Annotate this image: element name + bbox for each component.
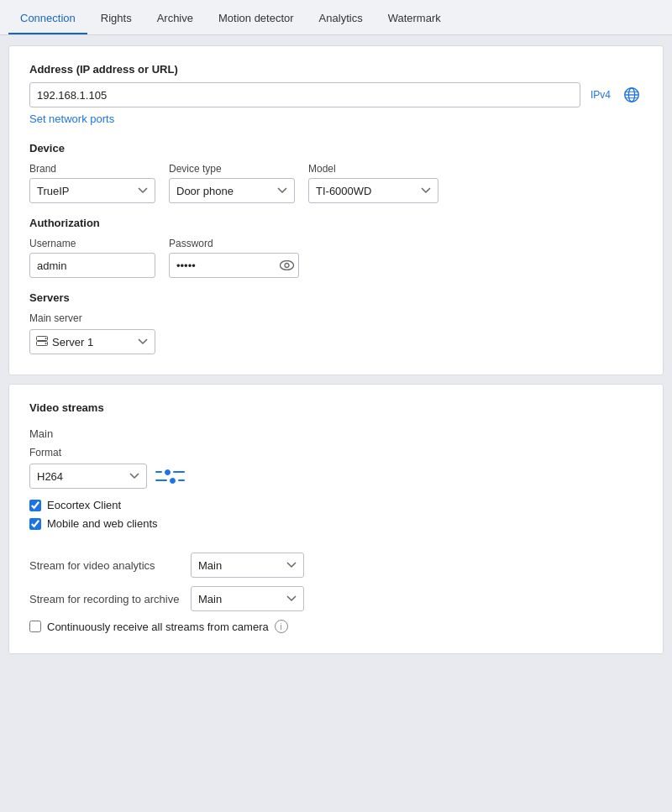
- password-label: Password: [169, 238, 299, 249]
- stream-settings-icon[interactable]: [155, 469, 185, 484]
- continuous-row: Continuously receive all streams from ca…: [29, 620, 643, 633]
- globe-icon[interactable]: [621, 84, 643, 106]
- password-wrapper: [169, 253, 299, 278]
- tab-analytics[interactable]: Analytics: [307, 5, 375, 34]
- tab-bar: Connection Rights Archive Motion detecto…: [0, 0, 672, 35]
- model-field: Model TI-6000WD: [308, 163, 438, 203]
- format-dropdown[interactable]: H264: [29, 464, 147, 489]
- slider-line-1: [155, 469, 185, 475]
- eocortex-client-label: Eocortex Client: [47, 499, 121, 511]
- username-field: Username: [29, 238, 155, 278]
- video-streams-card: Video streams Main Format H264: [8, 384, 664, 654]
- mobile-clients-row: Mobile and web clients: [29, 517, 643, 530]
- tab-motion-detector[interactable]: Motion detector: [207, 5, 306, 34]
- svg-point-6: [285, 264, 289, 268]
- connection-card: Address (IP address or URL) IPv4 Set net…: [8, 45, 664, 375]
- sl-bar-right-1: [173, 471, 185, 473]
- vs-main-label: Main: [29, 427, 643, 440]
- eocortex-client-checkbox[interactable]: [29, 500, 41, 511]
- svg-point-5: [281, 261, 294, 270]
- tab-connection[interactable]: Connection: [8, 5, 87, 34]
- address-row: IPv4: [29, 82, 643, 107]
- auth-row: Username Password: [29, 238, 643, 278]
- format-label: Format: [29, 447, 643, 458]
- tab-rights[interactable]: Rights: [89, 5, 144, 34]
- show-password-button[interactable]: [280, 260, 294, 270]
- server-dropdown-wrapper: Server 1: [29, 329, 643, 354]
- servers-section: Servers Main server Server 1: [29, 291, 643, 354]
- address-section-label: Address (IP address or URL): [29, 63, 643, 76]
- device-type-field: Device type Door phone: [169, 163, 295, 203]
- ipv4-button[interactable]: IPv4: [587, 87, 614, 102]
- stream-archive-label: Stream for recording to archive: [29, 593, 181, 605]
- info-icon[interactable]: i: [275, 620, 288, 633]
- server-dropdown[interactable]: Server 1: [29, 329, 155, 354]
- stream-analytics-row: Stream for video analytics Main: [29, 553, 643, 578]
- model-label: Model: [308, 163, 438, 175]
- device-section-label: Device: [29, 142, 643, 155]
- brand-label: Brand: [29, 163, 155, 175]
- format-row: H264: [29, 464, 643, 489]
- servers-section-label: Servers: [29, 291, 643, 304]
- mobile-clients-checkbox[interactable]: [29, 518, 41, 530]
- device-row: Brand TrueIP Device type Door phone Mode…: [29, 163, 643, 203]
- sl-bar-right-2: [178, 479, 185, 481]
- continuous-label: Continuously receive all streams from ca…: [47, 621, 269, 633]
- mobile-clients-label: Mobile and web clients: [47, 517, 158, 530]
- device-section: Device Brand TrueIP Device type Door pho…: [29, 142, 643, 203]
- brand-dropdown[interactable]: TrueIP: [29, 178, 155, 203]
- device-type-dropdown[interactable]: Door phone: [169, 178, 295, 203]
- sl-bar-left-1: [155, 471, 162, 473]
- eocortex-client-row: Eocortex Client: [29, 499, 643, 511]
- stream-archive-row: Stream for recording to archive Main: [29, 586, 643, 611]
- stream-analytics-label: Stream for video analytics: [29, 559, 181, 572]
- model-dropdown[interactable]: TI-6000WD: [308, 178, 438, 203]
- stream-analytics-dropdown[interactable]: Main: [191, 553, 304, 578]
- stream-archive-dropdown[interactable]: Main: [191, 586, 304, 611]
- content-area: Address (IP address or URL) IPv4 Set net…: [0, 35, 672, 664]
- brand-field: Brand TrueIP: [29, 163, 155, 203]
- slider-line-2: [155, 478, 185, 484]
- address-input[interactable]: [29, 82, 580, 107]
- video-streams-label: Video streams: [29, 401, 643, 414]
- sl-knob-2: [170, 478, 176, 484]
- auth-section: Authorization Username Password: [29, 217, 643, 278]
- device-type-label: Device type: [169, 163, 295, 175]
- password-field: Password: [169, 238, 299, 278]
- set-network-ports-link[interactable]: Set network ports: [29, 113, 114, 125]
- username-input[interactable]: [29, 253, 155, 278]
- tab-archive[interactable]: Archive: [145, 5, 205, 34]
- sl-bar-left-2: [155, 479, 167, 481]
- auth-section-label: Authorization: [29, 217, 643, 229]
- continuous-checkbox[interactable]: [29, 621, 41, 632]
- tab-watermark[interactable]: Watermark: [376, 5, 453, 34]
- main-server-label: Main server: [29, 312, 643, 324]
- username-label: Username: [29, 238, 155, 249]
- sl-knob-1: [165, 469, 171, 475]
